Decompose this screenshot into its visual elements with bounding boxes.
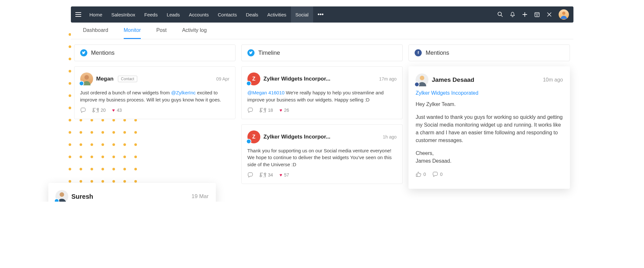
- timestamp: 17m ago: [379, 76, 397, 81]
- column-title: Mentions: [91, 50, 115, 56]
- nav-item-deals[interactable]: Deals: [241, 6, 263, 23]
- subtab-post[interactable]: Post: [156, 23, 167, 39]
- twitter-badge-icon: [79, 81, 84, 86]
- like-button[interactable]: ♥57: [279, 172, 289, 177]
- retweet-button[interactable]: 34: [260, 172, 273, 177]
- timestamp: 19 Mar: [192, 193, 209, 200]
- author-name: Zylker Widgets Incorpor...: [264, 76, 331, 82]
- twitter-icon: [80, 49, 87, 56]
- user-avatar[interactable]: [559, 9, 569, 20]
- column-timeline: Timeline Z Zylker Widgets Incorpor... 17…: [241, 44, 403, 184]
- search-icon[interactable]: [497, 12, 503, 17]
- more-icon[interactable]: •••: [313, 11, 328, 18]
- nav-item-accounts[interactable]: Accounts: [184, 6, 213, 23]
- twitter-icon: [247, 49, 255, 56]
- svg-point-3: [562, 12, 565, 15]
- reply-icon[interactable]: [247, 107, 253, 113]
- calendar-icon[interactable]: 31: [534, 12, 540, 17]
- retweet-button[interactable]: 18: [260, 108, 273, 113]
- nav-item-salesinbox[interactable]: SalesInbox: [107, 6, 140, 23]
- avatar: Z: [247, 72, 260, 85]
- svg-point-0: [498, 12, 501, 16]
- twitter-badge-icon: [246, 81, 251, 86]
- page-link[interactable]: Zylker Widgets Incoporated: [416, 90, 563, 96]
- author-name: Zylker Widgets Incorpor...: [264, 134, 331, 140]
- mention-link[interactable]: @ZylkerInc: [171, 90, 196, 95]
- nav-item-feeds[interactable]: Feeds: [140, 6, 162, 23]
- column-mentions-facebook: f Mentions James Desaad 10m ago Zylker W…: [409, 44, 570, 189]
- author-name: Megan: [96, 76, 114, 82]
- contact-tag: Contact: [118, 76, 137, 82]
- avatar: Z: [247, 130, 260, 143]
- post-card[interactable]: Z Zylker Widgets Incorpor... 1h ago Than…: [241, 124, 403, 184]
- bell-icon[interactable]: [510, 12, 515, 17]
- nav-item-social[interactable]: Social: [291, 6, 313, 23]
- column-header: Timeline: [241, 44, 403, 61]
- subtab-activity-log[interactable]: Activity log: [182, 23, 207, 39]
- comment-button[interactable]: 0: [432, 171, 443, 177]
- post-body: @Megan 416010 We're really happy to help…: [247, 89, 397, 103]
- column-title: Mentions: [426, 50, 449, 56]
- columns: Mentions Megan Contact 09 Apr Just order…: [71, 39, 573, 202]
- avatar: [416, 73, 428, 86]
- post-card[interactable]: Z Zylker Widgets Incorpor... 17m ago @Me…: [241, 66, 403, 119]
- avatar: [80, 72, 93, 85]
- subtab-dashboard[interactable]: Dashboard: [83, 23, 108, 39]
- top-nav: HomeSalesInboxFeedsLeadsAccountsContacts…: [71, 6, 573, 23]
- reply-icon[interactable]: [80, 107, 86, 113]
- nav-item-leads[interactable]: Leads: [162, 6, 184, 23]
- column-mentions-twitter: Mentions Megan Contact 09 Apr Just order…: [74, 44, 235, 119]
- svg-point-6: [420, 76, 424, 80]
- avatar: [55, 190, 68, 202]
- like-button[interactable]: ♥26: [279, 108, 289, 113]
- column-header: f Mentions: [409, 44, 570, 61]
- hamburger-icon[interactable]: [75, 12, 81, 17]
- reply-icon[interactable]: [247, 172, 253, 178]
- column-header: Mentions: [74, 44, 235, 61]
- timestamp: 1h ago: [383, 134, 397, 139]
- nav-items: HomeSalesInboxFeedsLeadsAccountsContacts…: [85, 6, 313, 23]
- svg-point-4: [84, 75, 89, 80]
- author-name: Suresh: [72, 193, 93, 200]
- author-name: James Desaad: [432, 76, 474, 83]
- column-title: Timeline: [258, 50, 280, 56]
- nav-item-activities[interactable]: Activities: [263, 6, 291, 23]
- nav-item-contacts[interactable]: Contacts: [213, 6, 241, 23]
- tools-icon[interactable]: [546, 12, 552, 17]
- twitter-badge-icon: [54, 198, 59, 202]
- post-card[interactable]: James Desaad 10m ago Zylker Widgets Inco…: [409, 66, 570, 189]
- post-body: Just ordered a bunch of new widgets from…: [80, 89, 229, 103]
- post-body: Hey Zylker Team. Just wanted to thank yo…: [416, 100, 563, 165]
- nav-item-home[interactable]: Home: [85, 6, 107, 23]
- post-card-highlighted[interactable]: Suresh 19 Mar @ZylkerInc Loving the Inst…: [48, 183, 216, 202]
- retweet-button[interactable]: 20: [92, 108, 106, 113]
- like-button[interactable]: ♥43: [112, 108, 122, 113]
- svg-text:31: 31: [536, 14, 538, 16]
- post-card[interactable]: Megan Contact 09 Apr Just ordered a bunc…: [74, 66, 235, 119]
- subtab-monitor[interactable]: Monitor: [124, 23, 141, 39]
- timestamp: 10m ago: [543, 77, 563, 83]
- svg-point-5: [60, 192, 64, 197]
- mention-link[interactable]: @Megan 416010: [247, 90, 284, 95]
- twitter-badge-icon: [246, 139, 251, 144]
- thumbs-up-button[interactable]: 0: [416, 171, 426, 177]
- timestamp: 09 Apr: [216, 76, 229, 81]
- post-body: Thank you for supporting us on our Socia…: [247, 147, 397, 168]
- sub-tabs: DashboardMonitorPostActivity log: [71, 23, 573, 39]
- facebook-icon: f: [415, 49, 422, 56]
- plus-icon[interactable]: [522, 12, 528, 17]
